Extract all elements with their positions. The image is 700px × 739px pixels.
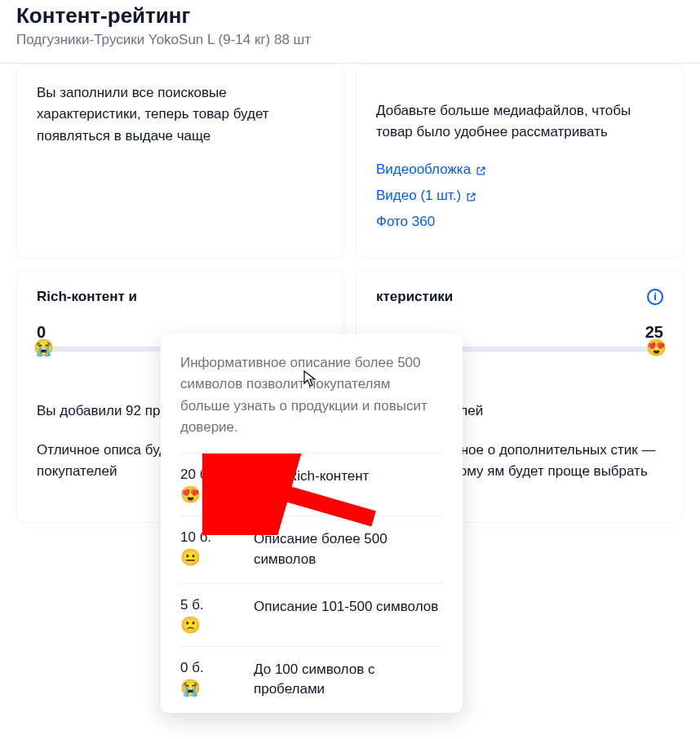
- tooltip-row: 20 б. 😍 Есть Rich-контент: [180, 453, 443, 516]
- info-icon[interactable]: i: [647, 289, 663, 305]
- external-link-icon: [466, 190, 476, 201]
- tooltip-label: Есть Rich-контент: [254, 467, 369, 487]
- external-link-icon: [476, 164, 486, 175]
- media-card: Добавьте больше медиафайлов, чтобы товар…: [356, 64, 684, 259]
- tooltip-row: 10 б. 😐 Описание более 500 символов: [180, 516, 443, 582]
- search-characteristics-card: Вы заполнили все поисковые характеристик…: [16, 64, 344, 259]
- tooltip-points-col: 20 б. 😍: [180, 467, 254, 502]
- tooltip-points: 20 б.: [180, 467, 254, 483]
- sad-emoji-icon: 🙁: [180, 617, 254, 633]
- score-emoji: 😭: [33, 339, 54, 356]
- card-text: Добавьте больше медиафайлов, чтобы товар…: [376, 100, 663, 144]
- tooltip-points: 5 б.: [180, 597, 254, 613]
- tooltip-points-col: 0 б. 😭: [180, 660, 254, 696]
- tooltip-points: 0 б.: [180, 660, 254, 676]
- page-title: Контент-рейтинг: [16, 3, 684, 29]
- neutral-emoji-icon: 😐: [180, 549, 254, 565]
- tooltip-label: До 100 символов с пробелами: [254, 660, 443, 700]
- tooltip-points-col: 10 б. 😐: [180, 529, 254, 565]
- heart-eyes-emoji-icon: 😍: [180, 486, 254, 502]
- tooltip-row: 5 б. 🙁 Описание 101-500 символов: [180, 583, 443, 646]
- link-label: Видео (1 шт.): [376, 188, 461, 204]
- media-links-list: Видеообложка Видео (1 шт.) Фото 360: [376, 162, 663, 230]
- link-photo360[interactable]: Фото 360: [376, 214, 663, 230]
- crying-emoji-icon: 😭: [180, 679, 254, 696]
- score-tooltip: Информативное описание более 500 символо…: [161, 334, 463, 713]
- score-emoji: 😍: [646, 339, 667, 356]
- tooltip-points-col: 5 б. 🙁: [180, 597, 254, 633]
- link-video[interactable]: Видео (1 шт.): [376, 188, 663, 204]
- score-head: ктеристики i: [376, 289, 663, 305]
- page-subtitle: Подгузники-Трусики YokoSun L (9-14 кг) 8…: [16, 32, 684, 48]
- link-label: Фото 360: [376, 214, 435, 230]
- tooltip-row: 0 б. 😭 До 100 символов с пробелами: [180, 646, 443, 713]
- page-header: Контент-рейтинг Подгузники-Трусики YokoS…: [0, 0, 700, 64]
- tooltip-description: Информативное описание более 500 символо…: [180, 352, 443, 438]
- score-title: ктеристики: [376, 289, 453, 305]
- score-title: Rich-контент и: [37, 289, 137, 305]
- tooltip-label: Описание более 500 символов: [254, 529, 443, 569]
- link-label: Видеообложка: [376, 162, 471, 178]
- tooltip-points: 10 б.: [180, 529, 254, 546]
- tooltip-label: Описание 101-500 символов: [254, 597, 438, 617]
- score-head: Rich-контент и: [37, 289, 324, 305]
- link-videocover[interactable]: Видеообложка: [376, 162, 663, 178]
- card-text: Вы заполнили все поисковые характеристик…: [37, 82, 324, 147]
- info-cards-row: Вы заполнили все поисковые характеристик…: [0, 64, 700, 259]
